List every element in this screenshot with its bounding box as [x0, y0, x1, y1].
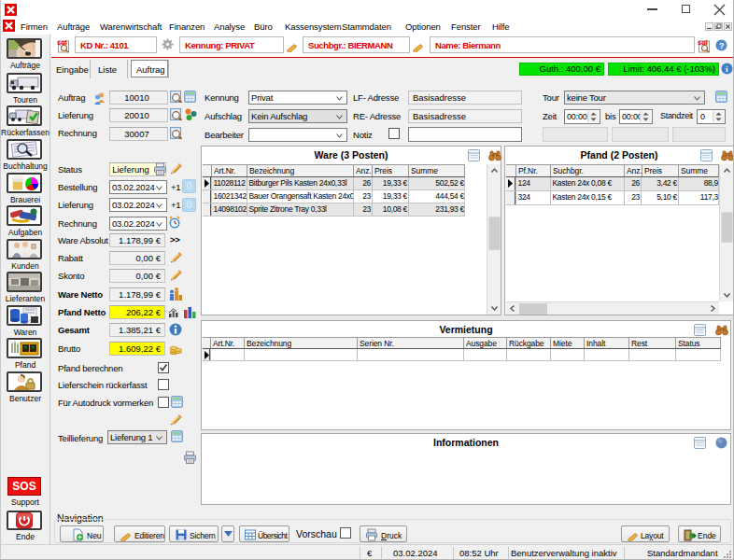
- svg-text:?: ?: [719, 41, 725, 50]
- svg-text:sql: sql: [698, 38, 708, 47]
- svg-text:sql: sql: [57, 38, 67, 47]
